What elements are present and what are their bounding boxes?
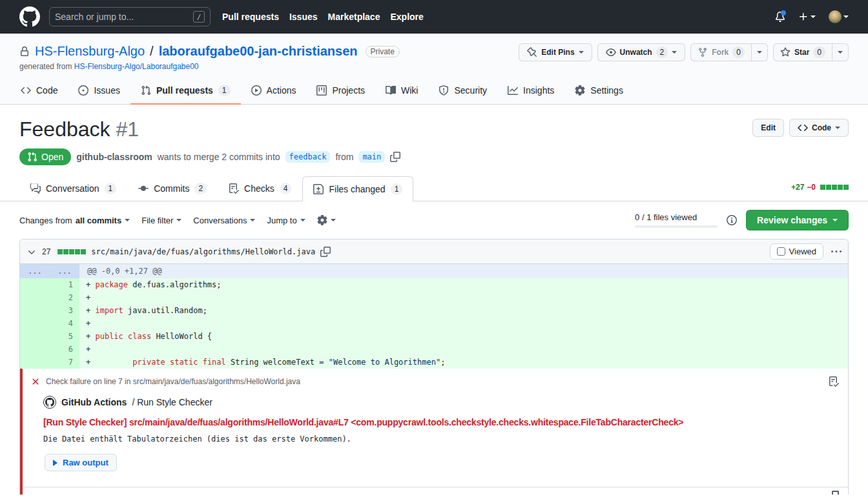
- checklist-icon[interactable]: [829, 376, 839, 387]
- new-line-number-cell[interactable]: 3: [50, 304, 79, 317]
- code-dropdown-button[interactable]: Code: [789, 119, 849, 137]
- tab-settings[interactable]: Settings: [564, 79, 634, 105]
- issue-opened-icon: [78, 85, 88, 96]
- old-line-number-cell[interactable]: [20, 304, 50, 317]
- diff-code-cell: +: [79, 291, 848, 304]
- addition-sign: +: [86, 280, 95, 289]
- old-line-number-cell[interactable]: [20, 317, 50, 330]
- nav-issues[interactable]: Issues: [289, 12, 318, 22]
- old-line-number-cell[interactable]: [20, 278, 50, 291]
- tab-checks[interactable]: Checks4: [218, 176, 302, 201]
- user-menu-button[interactable]: [829, 10, 849, 23]
- edit-button[interactable]: Edit: [752, 119, 784, 137]
- lock-icon: [19, 46, 30, 57]
- new-line-number-cell[interactable]: 7: [50, 356, 79, 369]
- repo-name-link[interactable]: laboraufgabe00-jan-christiansen: [159, 44, 358, 59]
- old-line-number-cell[interactable]: [20, 330, 50, 343]
- viewed-checkbox[interactable]: [777, 247, 785, 256]
- pr-state-badge: Open: [19, 148, 71, 165]
- tab-security[interactable]: Security: [428, 79, 497, 105]
- unwatch-button[interactable]: Unwatch 2: [597, 43, 686, 61]
- fork-dropdown-button[interactable]: [751, 44, 767, 61]
- tab-code[interactable]: Code: [10, 79, 68, 105]
- copy-icon[interactable]: [320, 247, 331, 257]
- old-line-number-cell[interactable]: [20, 356, 50, 369]
- create-new-button[interactable]: [798, 12, 816, 22]
- chevron-down-icon: [832, 219, 838, 221]
- expand-hunk-button[interactable]: ...: [20, 264, 50, 278]
- search-box[interactable]: /: [49, 7, 211, 26]
- tab-issues[interactable]: Issues: [68, 79, 130, 105]
- changes-from-dropdown[interactable]: Changes from all commits: [19, 216, 130, 225]
- star-button-group: Star 0: [773, 43, 849, 61]
- checks-count: 4: [280, 183, 292, 194]
- comment-discussion-icon: [30, 183, 41, 194]
- chevron-down-icon: [757, 51, 762, 54]
- old-line-number-cell[interactable]: [20, 291, 50, 304]
- notifications-button[interactable]: [775, 12, 785, 22]
- new-line-number-cell[interactable]: 5: [50, 330, 79, 343]
- file-filter-dropdown[interactable]: File filter: [141, 216, 181, 225]
- global-nav: Pull requests Issues Marketplace Explore: [222, 12, 424, 22]
- commits-count: 2: [194, 183, 207, 194]
- hunk-header-text: @@ -0,0 +1,27 @@: [79, 264, 848, 278]
- fork-button[interactable]: Fork 0: [691, 44, 751, 61]
- nav-pull-requests[interactable]: Pull requests: [222, 12, 279, 22]
- visibility-badge: Private: [366, 46, 400, 57]
- x-icon: [30, 376, 41, 387]
- review-changes-button[interactable]: Review changes: [746, 210, 849, 230]
- new-line-number-cell[interactable]: 4: [50, 317, 79, 330]
- repo-action-buttons: Edit Pins Unwatch 2 Fork 0 Star 0: [519, 43, 849, 61]
- nav-marketplace[interactable]: Marketplace: [328, 12, 380, 22]
- head-branch-label[interactable]: main: [358, 151, 385, 163]
- github-logo[interactable]: [19, 6, 40, 27]
- nav-explore[interactable]: Explore: [390, 12, 423, 22]
- raw-output-button[interactable]: Raw output: [45, 454, 117, 471]
- expand-hunk-button[interactable]: ...: [50, 264, 79, 278]
- github-header: / Pull requests Issues Marketplace Explo…: [0, 0, 868, 34]
- kebab-menu-icon[interactable]: [831, 247, 842, 257]
- plus-icon: [798, 12, 809, 22]
- tab-actions[interactable]: Actions: [241, 79, 307, 105]
- copy-icon[interactable]: [390, 152, 400, 162]
- diff-settings-dropdown[interactable]: [317, 215, 336, 225]
- conversations-dropdown[interactable]: Conversations: [193, 216, 255, 225]
- tab-commits[interactable]: Commits2: [127, 176, 218, 201]
- info-icon[interactable]: [727, 215, 737, 225]
- code-icon: [798, 123, 808, 133]
- github-mark-icon: [19, 6, 40, 27]
- chevron-down-icon[interactable]: [26, 247, 37, 257]
- tab-insights[interactable]: Insights: [497, 79, 564, 105]
- base-branch-label[interactable]: feedback: [285, 151, 331, 163]
- jump-to-dropdown[interactable]: Jump to: [267, 216, 305, 225]
- merge-text: wants to merge 2 commits into: [158, 152, 280, 162]
- search-input[interactable]: [55, 12, 189, 22]
- repo-owner-link[interactable]: HS-Flensburg-Algo: [35, 44, 145, 59]
- checklist-icon: [832, 491, 839, 495]
- pr-author-link[interactable]: github-classroom: [76, 152, 152, 162]
- diff-line: 2+: [20, 291, 848, 304]
- new-line-number-cell[interactable]: 6: [50, 343, 79, 356]
- chevron-down-icon: [300, 219, 305, 221]
- tab-pull-requests[interactable]: Pull requests1: [130, 79, 241, 105]
- tab-files-changed[interactable]: Files changed1: [302, 176, 413, 201]
- diff-line: 7+ private static final String welcomeTe…: [20, 356, 848, 369]
- old-line-number-cell[interactable]: [20, 343, 50, 356]
- generated-from-text: generated from: [19, 62, 72, 71]
- edit-pins-button[interactable]: Edit Pins: [519, 43, 592, 61]
- star-dropdown-button[interactable]: [832, 44, 848, 61]
- star-button[interactable]: Star 0: [774, 44, 832, 61]
- diff-code-cell: + import java.util.Random;: [79, 304, 848, 317]
- page-title: Feedback #1: [19, 116, 139, 142]
- viewed-checkbox-button[interactable]: Viewed: [770, 243, 823, 260]
- tab-wiki[interactable]: Wiki: [375, 79, 428, 105]
- play-icon: [53, 460, 57, 466]
- tab-conversation[interactable]: Conversation1: [19, 176, 127, 201]
- tab-projects[interactable]: Projects: [306, 79, 375, 105]
- diff-code-cell: +: [79, 343, 848, 356]
- new-line-number-cell[interactable]: 2: [50, 291, 79, 304]
- star-count: 0: [813, 46, 825, 58]
- template-repo-link[interactable]: HS-Flensburg-Algo/Laboraufgabe00: [74, 62, 199, 71]
- new-line-number-cell[interactable]: 1: [50, 278, 79, 291]
- diff-line: 5+ public class HelloWorld {: [20, 330, 848, 343]
